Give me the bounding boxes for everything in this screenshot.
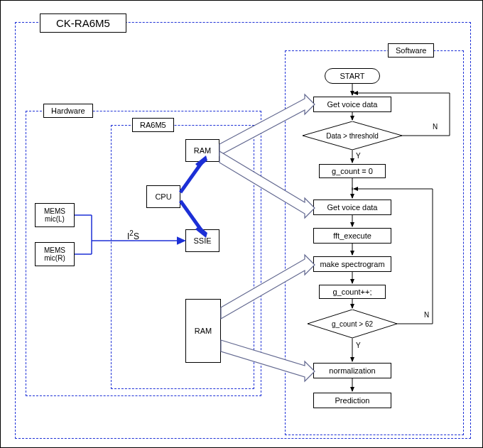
flow-gcount-inc: g_count++; [319, 285, 386, 299]
flow-norm-label: normalization [329, 366, 375, 375]
ssie-label: SSIE [193, 236, 211, 245]
i2s-s: S [134, 231, 139, 241]
diagram-frame: CK-RA6M5 Hardware RA6M5 Software MEMS mi… [0, 0, 483, 448]
cpu: CPU [146, 185, 180, 208]
software-title: Software [388, 43, 434, 58]
ram-bottom-label: RAM [195, 327, 212, 335]
flow-prediction: Prediction [313, 393, 391, 408]
flow-start: START [325, 68, 380, 84]
flow-fft-label: fft_execute [333, 231, 371, 240]
flow-inc-label: g_count++; [332, 288, 371, 296]
flow-fft: fft_execute [313, 228, 391, 244]
mems-mic-l-label: MEMS mic(L) [35, 203, 75, 227]
mems-mic-r-label: MEMS mic(R) [35, 242, 75, 266]
flow-decision-gcount: g_count > 62 [308, 310, 397, 338]
flow-spec-label: make spectrogram [320, 260, 384, 268]
dec2-y: Y [356, 342, 361, 349]
dec1-n: N [433, 123, 438, 131]
ram-top-label: RAM [194, 146, 211, 155]
flow-get-voice-1: Get voice data [313, 97, 391, 112]
flow-gcount0-label: g_count = 0 [332, 167, 373, 175]
cpu-label: CPU [155, 192, 171, 201]
dec1-y: Y [356, 152, 361, 160]
ra6m5-title-text: RA6M5 [140, 121, 166, 129]
ram-top: RAM [185, 139, 219, 162]
flow-dec1-label: Data > threshold [303, 121, 402, 150]
flow-gcount-0: g_count = 0 [319, 164, 386, 178]
flow-normalization: normalization [313, 363, 391, 378]
dec2-n: N [424, 311, 429, 319]
hardware-title-text: Hardware [51, 106, 85, 115]
software-title-text: Software [396, 46, 426, 55]
ra6m5-title: RA6M5 [132, 118, 174, 132]
flow-spectrogram: make spectrogram [313, 256, 391, 272]
flow-dec2-label: g_count > 62 [308, 310, 397, 338]
flow-get-voice-2: Get voice data [313, 200, 391, 215]
flow-start-label: START [340, 72, 364, 80]
flow-decision-threshold: Data > threshold [303, 121, 402, 150]
flow-pred-label: Prediction [335, 396, 370, 405]
ck-title-text: CK-RA6M5 [56, 17, 110, 29]
ssie: SSIE [185, 229, 219, 252]
ram-bottom: RAM [185, 299, 221, 363]
hardware-title: Hardware [43, 104, 93, 118]
ck-ra6m5-title: CK-RA6M5 [40, 13, 126, 33]
flow-get2-label: Get voice data [327, 203, 378, 212]
flow-get1-label: Get voice data [327, 100, 378, 109]
i2s-bus-label: I2S [127, 229, 139, 241]
ra6m5-group [111, 125, 254, 389]
